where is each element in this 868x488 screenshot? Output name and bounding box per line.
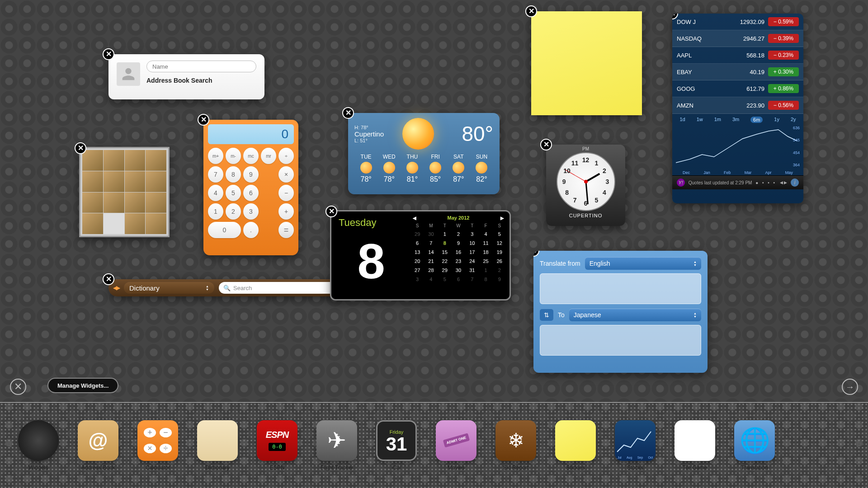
calc-key[interactable]: ×	[278, 166, 294, 183]
calendar-cell[interactable]: 7	[466, 275, 478, 283]
calendar-cell[interactable]: 8	[479, 275, 492, 283]
calendar-cell[interactable]: 6	[411, 239, 424, 247]
calendar-cell[interactable]: 9	[493, 275, 506, 283]
close-dashboard-button[interactable]	[10, 379, 26, 395]
stock-row[interactable]: AAPL568.18− 0.23%	[672, 47, 803, 64]
stock-row[interactable]: DOW J12932.09− 0.59%	[672, 14, 803, 30]
calculator-widget[interactable]: 0 m+m-mcmr÷789×456−123+0.=	[203, 120, 298, 255]
calendar-cell[interactable]: 16	[452, 248, 465, 256]
close-icon[interactable]	[75, 142, 86, 154]
calc-key[interactable]: 8	[226, 166, 241, 183]
bar-next-icon[interactable]: ▶	[857, 438, 863, 449]
calendar-cell[interactable]: 5	[493, 230, 506, 238]
calendar-cell[interactable]: 29	[439, 266, 451, 274]
translation-output[interactable]	[540, 325, 701, 356]
bar-item-address book[interactable]: @Address Book	[78, 420, 118, 471]
calendar-cell[interactable]: 13	[411, 248, 424, 256]
calendar-cell[interactable]: 2	[452, 230, 465, 238]
calendar-cell[interactable]: 26	[493, 257, 506, 265]
calc-key[interactable]: ÷	[278, 148, 294, 164]
bar-item-movies[interactable]: ADMIT ONEMovies	[436, 420, 476, 471]
calendar-cell[interactable]: 7	[425, 239, 437, 247]
calendar-cell[interactable]: 29	[411, 230, 424, 238]
calendar-cell[interactable]: 31	[466, 266, 478, 274]
close-icon[interactable]	[540, 139, 552, 150]
calc-key[interactable]: 1	[208, 203, 223, 220]
calc-key-dot[interactable]: .	[243, 222, 259, 238]
nav-arrows-icon[interactable]: ◀ ▶	[780, 180, 788, 185]
calc-key[interactable]: m+	[208, 148, 223, 164]
next-page-button[interactable]	[842, 379, 858, 395]
translation-widget[interactable]: Translate from English ⇅ To Japanese	[533, 251, 708, 373]
calc-key[interactable]: mr	[261, 148, 276, 164]
calendar-cell[interactable]: 9	[452, 239, 465, 247]
calendar-cell[interactable]: 21	[425, 257, 437, 265]
translation-input[interactable]	[540, 273, 701, 304]
calc-key[interactable]: 2	[226, 203, 241, 220]
calendar-cell[interactable]: 24	[466, 257, 478, 265]
tile-game-widget[interactable]	[79, 147, 170, 237]
calc-key[interactable]: 6	[243, 185, 259, 201]
stock-row[interactable]: NASDAQ2946.27− 0.39%	[672, 30, 803, 47]
bar-item-ical[interactable]: Friday31iCal	[376, 420, 417, 471]
calc-key[interactable]: +	[278, 203, 294, 220]
close-icon[interactable]	[103, 273, 114, 285]
calc-key[interactable]: 3	[243, 203, 259, 220]
calendar-cell[interactable]: 10	[466, 239, 478, 247]
calendar-cell[interactable]: 2	[493, 266, 506, 274]
calendar-cell[interactable]: 6	[452, 275, 465, 283]
calendar-cell[interactable]: 8	[439, 239, 451, 247]
address-book-widget[interactable]: Address Book Search	[108, 54, 264, 99]
name-input[interactable]	[146, 61, 256, 72]
calc-key-zero[interactable]: 0	[208, 222, 241, 238]
calendar-cell[interactable]: 3	[466, 230, 478, 238]
calc-key-equals[interactable]: =	[278, 222, 294, 238]
calendar-cell[interactable]: 15	[439, 248, 451, 256]
dictionary-search-input[interactable]: 🔍Search	[219, 282, 341, 294]
stock-row[interactable]: AMZN223.90− 0.56%	[672, 97, 803, 114]
close-icon[interactable]	[326, 206, 337, 217]
bar-item-calculator[interactable]: +−×÷Calculator	[137, 420, 178, 471]
to-language-select[interactable]: Japanese	[569, 309, 701, 321]
bar-item-tile game[interactable]: Tile Game	[675, 420, 715, 471]
swap-icon[interactable]: ⇅	[540, 309, 553, 321]
bar-item-ski report[interactable]: ❄Ski Report	[495, 420, 536, 471]
yahoo-icon[interactable]: Y!	[677, 178, 685, 187]
calendar-cell[interactable]: 1	[439, 230, 451, 238]
calc-key[interactable]: −	[278, 185, 294, 201]
bar-item-espn[interactable]: ESPN0-0ESPN	[257, 420, 297, 471]
calendar-cell[interactable]: 19	[493, 248, 506, 256]
bar-prev-icon[interactable]: ◀	[5, 438, 11, 449]
calendar-cell[interactable]: 4	[479, 230, 492, 238]
bar-item-flight tracker[interactable]: ✈Flight Tracker	[316, 420, 357, 471]
calendar-cell[interactable]: 20	[411, 257, 424, 265]
from-language-select[interactable]: English	[585, 257, 701, 270]
info-icon[interactable]: i	[791, 178, 799, 187]
calendar-widget[interactable]: Tuesday 8 ◀May 2012▶ SMTWTFS293012345678…	[330, 210, 511, 300]
sticky-note-widget[interactable]	[531, 11, 642, 115]
calendar-cell[interactable]: 17	[466, 248, 478, 256]
calc-key[interactable]: 9	[243, 166, 259, 183]
world-clock-widget[interactable]: PM 121234567891011 CUPERTINO	[546, 145, 625, 226]
stock-row[interactable]: GOOG612.79+ 0.86%	[672, 80, 803, 97]
next-month-icon[interactable]: ▶	[500, 216, 504, 221]
calendar-cell[interactable]: 18	[479, 248, 492, 256]
bar-item-stickies[interactable]: Stickies	[555, 420, 596, 471]
manage-widgets-button[interactable]: Manage Widgets...	[47, 378, 118, 393]
calendar-cell[interactable]: 5	[439, 275, 451, 283]
calendar-cell[interactable]: 28	[425, 266, 437, 274]
calendar-cell[interactable]: 30	[425, 230, 437, 238]
calc-key[interactable]: 4	[208, 185, 223, 201]
dictionary-widget[interactable]: ◀▶ Dictionary 🔍Search	[108, 279, 346, 296]
page-dots[interactable]: ● • • •	[755, 180, 776, 185]
range-1m[interactable]: 1m	[714, 117, 721, 123]
calc-key[interactable]: 7	[208, 166, 223, 183]
calc-key[interactable]: m-	[226, 148, 241, 164]
bar-item-widgets[interactable]: Widgets	[18, 420, 59, 471]
calendar-cell[interactable]: 30	[452, 266, 465, 274]
calc-key[interactable]: mc	[243, 148, 259, 164]
calendar-cell[interactable]: 3	[411, 275, 424, 283]
calendar-cell[interactable]: 14	[425, 248, 437, 256]
bar-item-stocks[interactable]: JulAugSepOctStocks	[615, 420, 656, 471]
bar-item-translation[interactable]: 🌐Translation	[734, 420, 775, 471]
